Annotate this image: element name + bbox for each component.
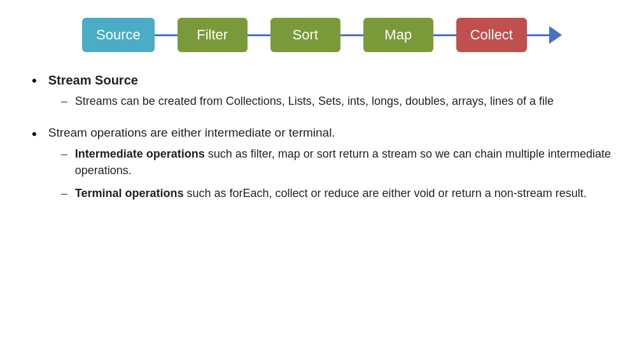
connector-4 xyxy=(433,34,456,36)
sub-bold-2-1: Intermediate operations xyxy=(75,147,205,160)
sub-bold-2-2: Terminal operations xyxy=(75,187,184,200)
bullet-1-content: Stream Source – Streams can be created f… xyxy=(48,71,554,116)
box-source: Source xyxy=(82,18,155,52)
bullet-1-title: Stream Source xyxy=(48,73,138,87)
box-map: Map xyxy=(363,18,433,52)
sub-text-1-1: Streams can be created from Collections,… xyxy=(75,93,554,109)
bullet-2-text: Stream operations are either intermediat… xyxy=(48,126,335,139)
connector-arrow xyxy=(527,26,562,44)
bullet-2-content: Stream operations are either intermediat… xyxy=(48,125,612,208)
connector-2 xyxy=(248,34,270,36)
bullet-2: • Stream operations are either intermedi… xyxy=(32,125,612,208)
sub-rest-2-2: such as forEach, collect or reduce are e… xyxy=(183,187,586,200)
box-filter: Filter xyxy=(178,18,248,52)
bullet-1-subs: – Streams can be created from Collection… xyxy=(48,93,554,109)
sub-text-2-1: Intermediate operations such as filter, … xyxy=(75,146,612,179)
box-sort: Sort xyxy=(270,18,340,52)
sub-item-2-1: – Intermediate operations such as filter… xyxy=(61,146,612,179)
bullet-1: • Stream Source – Streams can be created… xyxy=(32,71,612,116)
arrow-icon xyxy=(549,26,562,44)
box-collect: Collect xyxy=(456,18,527,52)
bullet-dot-1: • xyxy=(32,72,37,89)
connector-1 xyxy=(155,34,178,36)
pipeline: Source Filter Sort Map Collect xyxy=(82,18,562,52)
bullet-dot-2: • xyxy=(32,126,37,142)
sub-dash-3: – xyxy=(61,185,67,201)
sub-text-2-2: Terminal operations such as forEach, col… xyxy=(75,185,587,201)
bullet-2-subs: – Intermediate operations such as filter… xyxy=(48,146,612,201)
sub-dash-1: – xyxy=(61,93,67,109)
sub-item-1-1: – Streams can be created from Collection… xyxy=(61,93,554,109)
content-area: • Stream Source – Streams can be created… xyxy=(0,65,644,229)
sub-dash-2: – xyxy=(61,146,67,162)
diagram-area: Source Filter Sort Map Collect xyxy=(0,0,644,65)
sub-item-2-2: – Terminal operations such as forEach, c… xyxy=(61,185,612,201)
connector-3 xyxy=(340,34,363,36)
